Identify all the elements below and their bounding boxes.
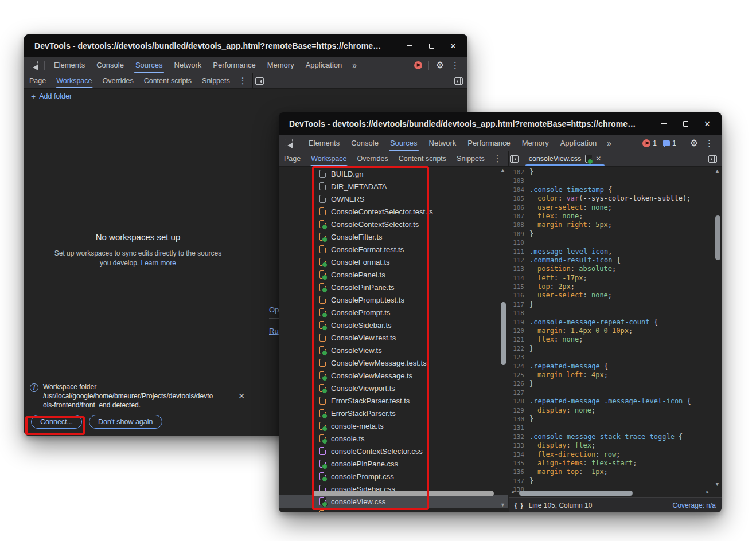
tab-console[interactable]: Console: [91, 57, 130, 73]
file-row[interactable]: consoleContextSelector.css: [279, 445, 508, 457]
more-tabs-icon[interactable]: »: [348, 61, 361, 70]
more-dots-icon[interactable]: ⋮: [235, 73, 251, 88]
title-bar[interactable]: DevTools - devtools://devtools/bundled/d…: [279, 112, 722, 135]
settings-gear-icon[interactable]: ⚙: [687, 138, 702, 148]
file-row[interactable]: ErrorStackParser.ts: [279, 407, 508, 420]
minimize-button[interactable]: [401, 38, 418, 53]
inspect-icon[interactable]: [285, 139, 294, 147]
code-line: 117}: [509, 300, 714, 309]
tab-close-icon[interactable]: ✕: [595, 155, 601, 163]
file-row[interactable]: ConsoleSidebar.ts: [279, 319, 508, 331]
tab-performance[interactable]: Performance: [207, 57, 261, 73]
tab-network[interactable]: Network: [423, 135, 462, 151]
file-row[interactable]: ConsoleView.test.ts: [279, 331, 508, 344]
toggle-sidebar-icon[interactable]: [454, 77, 463, 85]
run-command-link[interactable]: Ru: [269, 327, 279, 335]
title-bar[interactable]: DevTools - devtools://devtools/bundled/d…: [24, 34, 467, 57]
file-row[interactable]: ConsoleContextSelector.ts: [279, 218, 508, 230]
learn-more-link[interactable]: Learn more: [141, 259, 176, 267]
menu-dots-icon[interactable]: ⋮: [447, 60, 463, 70]
file-row[interactable]: ConsolePinPane.ts: [279, 281, 508, 293]
scroll-up-icon[interactable]: ▲: [500, 168, 505, 173]
tab-memory[interactable]: Memory: [516, 135, 555, 151]
issues-badge[interactable]: 1: [660, 139, 679, 147]
file-row[interactable]: DIR_METADATA: [279, 180, 508, 193]
tab-page[interactable]: Page: [24, 73, 51, 88]
coverage-status[interactable]: Coverage: n/a: [673, 501, 716, 509]
token: user-select: [537, 203, 583, 211]
error-badge[interactable]: 1: [411, 61, 425, 69]
file-row[interactable]: console.ts: [279, 432, 508, 445]
tab-snippets[interactable]: Snippets: [197, 73, 235, 88]
inspect-icon[interactable]: [30, 61, 40, 69]
file-row[interactable]: ConsoleViewport.ts: [279, 382, 508, 394]
tab-page[interactable]: Page: [279, 151, 306, 166]
tab-snippets[interactable]: Snippets: [451, 151, 490, 166]
tab-content-scripts[interactable]: Content scripts: [393, 151, 451, 166]
error-badge[interactable]: 1: [640, 139, 660, 147]
tab-sources[interactable]: Sources: [130, 57, 169, 73]
file-row[interactable]: ConsoleFilter.ts: [279, 230, 508, 243]
tab-network[interactable]: Network: [169, 57, 208, 73]
code-editor[interactable]: 102}103104.console-timestamp {105color: …: [509, 167, 722, 497]
file-row[interactable]: ErrorStackParser.test.ts: [279, 394, 508, 407]
more-tabs-icon[interactable]: »: [602, 139, 616, 148]
toggle-sidebar-icon[interactable]: [708, 155, 717, 163]
tab-application[interactable]: Application: [555, 135, 603, 151]
tab-elements[interactable]: Elements: [48, 57, 91, 73]
file-row[interactable]: consoleView.css: [279, 495, 508, 508]
scroll-right-icon[interactable]: ▸: [706, 489, 709, 495]
scroll-down-icon[interactable]: ▼: [500, 503, 505, 508]
file-row[interactable]: ConsolePrompt.ts: [279, 306, 508, 319]
menu-dots-icon[interactable]: ⋮: [702, 138, 717, 148]
close-button[interactable]: ✕: [445, 38, 462, 53]
tab-application[interactable]: Application: [300, 57, 348, 73]
file-row[interactable]: [279, 508, 508, 512]
file-row[interactable]: ConsolePrompt.test.ts: [279, 293, 508, 306]
more-dots-icon[interactable]: ⋮: [490, 151, 505, 166]
file-row[interactable]: ConsoleViewMessage.ts: [279, 369, 508, 382]
tab-overrides[interactable]: Overrides: [98, 73, 139, 88]
tab-workspace[interactable]: Workspace: [51, 73, 97, 88]
tab-performance[interactable]: Performance: [462, 135, 516, 151]
vertical-scrollbar-thumb[interactable]: [715, 215, 720, 260]
maximize-button[interactable]: [677, 116, 694, 131]
infobar-close-icon[interactable]: ✕: [236, 391, 247, 401]
tab-memory[interactable]: Memory: [262, 57, 300, 73]
file-row[interactable]: ConsoleViewMessage.test.ts: [279, 356, 508, 369]
file-row[interactable]: ConsoleFormat.ts: [279, 256, 508, 268]
horizontal-scrollbar-thumb[interactable]: [313, 491, 494, 496]
open-file-link[interactable]: Op: [269, 305, 279, 314]
editor-file-tab[interactable]: consoleView.css ✕: [523, 151, 607, 166]
vertical-scrollbar-thumb[interactable]: [501, 302, 506, 365]
settings-gear-icon[interactable]: ⚙: [432, 60, 447, 70]
file-row[interactable]: consolePrompt.css: [279, 470, 508, 483]
tab-elements[interactable]: Elements: [303, 135, 345, 151]
file-row[interactable]: ConsoleFormat.test.ts: [279, 243, 508, 256]
tab-sources[interactable]: Sources: [384, 135, 423, 151]
toggle-navigator-icon[interactable]: [255, 77, 264, 85]
minimize-button[interactable]: [655, 116, 672, 131]
scroll-down-icon[interactable]: ▼: [715, 482, 720, 487]
file-row[interactable]: ConsolePanel.ts: [279, 268, 508, 281]
add-folder-button[interactable]: + Add folder: [24, 89, 252, 104]
file-row[interactable]: ConsoleView.ts: [279, 344, 508, 356]
tab-content-scripts[interactable]: Content scripts: [139, 73, 197, 88]
tab-overrides[interactable]: Overrides: [352, 151, 393, 166]
file-row[interactable]: OWNERS: [279, 193, 508, 205]
connect-button[interactable]: Connect...: [31, 415, 82, 429]
maximize-button[interactable]: [423, 38, 440, 53]
file-row[interactable]: consolePinPane.css: [279, 457, 508, 470]
scroll-up-icon[interactable]: ▲: [715, 168, 720, 174]
pretty-print-icon[interactable]: { }: [515, 501, 524, 509]
file-row[interactable]: console-meta.ts: [279, 420, 508, 432]
scroll-left-icon[interactable]: ◂: [511, 489, 514, 495]
tab-workspace[interactable]: Workspace: [306, 151, 352, 166]
toggle-navigator-icon[interactable]: [510, 155, 519, 163]
close-button[interactable]: ✕: [699, 116, 716, 131]
tab-console[interactable]: Console: [345, 135, 384, 151]
file-row[interactable]: ConsoleContextSelector.test.ts: [279, 205, 508, 218]
file-row[interactable]: BUILD.gn: [279, 167, 508, 180]
dont-show-again-button[interactable]: Don't show again: [89, 415, 162, 429]
horizontal-scrollbar-thumb[interactable]: [519, 491, 633, 496]
